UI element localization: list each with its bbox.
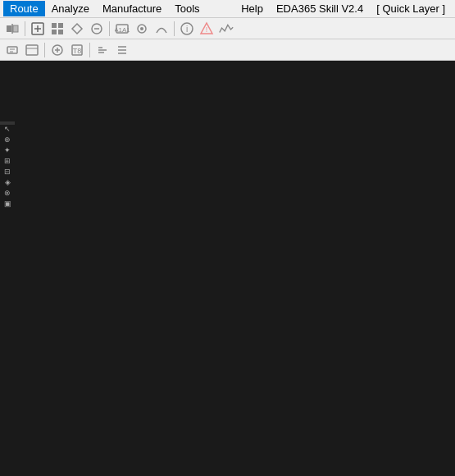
svg-rect-8 xyxy=(52,30,57,34)
tb-btn4[interactable] xyxy=(88,20,106,38)
toolbar2-sep-2 xyxy=(89,43,90,57)
tb-btn7[interactable] xyxy=(152,20,171,38)
tb2-btn1[interactable] xyxy=(3,41,21,59)
tb-info[interactable]: i xyxy=(178,20,196,38)
svg-rect-20 xyxy=(7,47,17,53)
tb2-btn6[interactable] xyxy=(113,41,131,59)
tb-flip[interactable] xyxy=(3,20,21,38)
svg-text:A1A1: A1A1 xyxy=(115,26,130,34)
svg-rect-0 xyxy=(7,25,11,32)
tb-warn[interactable]: ! xyxy=(198,20,216,38)
sidebar-icon-4[interactable]: ⊞ xyxy=(2,157,13,165)
svg-rect-9 xyxy=(58,30,63,34)
sidebar-icon-3[interactable]: ✦ xyxy=(2,146,13,154)
tb2-btn2[interactable] xyxy=(23,41,41,59)
toolbar-1: A1A1 i ! xyxy=(0,18,455,39)
svg-text:!: ! xyxy=(206,25,208,34)
toolbar-2: T8 xyxy=(0,39,455,61)
tb2-btn4[interactable]: T8 xyxy=(68,41,86,59)
svg-rect-1 xyxy=(13,25,18,32)
sidebar-icon-2[interactable]: ⊕ xyxy=(2,135,13,144)
tb-btn1[interactable] xyxy=(29,20,47,38)
tb2-btn5[interactable] xyxy=(93,41,111,59)
sidebar-icon-6[interactable]: ◈ xyxy=(2,178,13,186)
left-sidebar: ↖ ⊕ ✦ ⊞ ⊟ ◈ ⊗ ▣ xyxy=(0,121,15,125)
svg-text:T8: T8 xyxy=(73,47,82,55)
svg-point-15 xyxy=(140,27,143,30)
tb-btn6[interactable] xyxy=(133,20,151,38)
tb-btn5[interactable]: A1A1 xyxy=(113,20,131,38)
toolbar-sep-2 xyxy=(109,21,110,36)
menu-eda365: EDA365 Skill V2.4 xyxy=(270,1,370,16)
svg-rect-6 xyxy=(52,23,57,28)
sidebar-icon-7[interactable]: ⊗ xyxy=(2,189,13,197)
sidebar-icon-8[interactable]: ▣ xyxy=(2,199,13,208)
tb-signal[interactable] xyxy=(217,20,235,38)
menu-quicklayer[interactable]: [ Quick Layer ] xyxy=(370,1,452,16)
sidebar-icon-1[interactable]: ↖ xyxy=(2,125,13,133)
toolbar-sep-1 xyxy=(25,21,25,36)
tb-btn2[interactable] xyxy=(48,20,66,38)
svg-text:i: i xyxy=(186,25,188,34)
svg-rect-7 xyxy=(58,23,63,28)
menu-manufacture[interactable]: Manufacture xyxy=(96,1,168,16)
toolbar-sep-3 xyxy=(174,21,175,36)
sidebar-icon-5[interactable]: ⊟ xyxy=(2,167,13,176)
tb-btn3[interactable] xyxy=(68,20,86,38)
menu-analyze[interactable]: Analyze xyxy=(45,1,96,16)
menu-bar: Route Analyze Manufacture Tools Help EDA… xyxy=(0,0,455,18)
tb2-btn3[interactable] xyxy=(48,41,66,59)
menu-tools[interactable]: Tools xyxy=(168,1,206,16)
svg-rect-23 xyxy=(26,45,38,55)
menu-help[interactable]: Help xyxy=(234,1,270,16)
toolbar2-sep-1 xyxy=(44,43,45,57)
menu-route[interactable]: Route xyxy=(3,1,45,16)
